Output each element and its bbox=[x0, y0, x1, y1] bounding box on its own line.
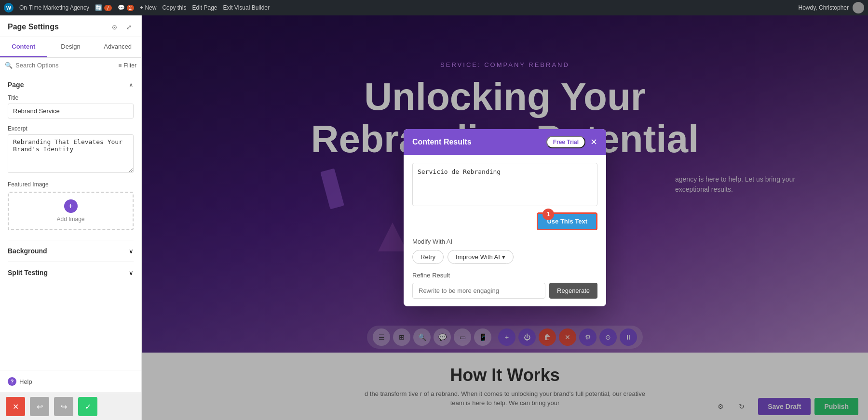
main-layout: Page Settings ⊙ ⤢ Content Design Advance… bbox=[0, 15, 868, 420]
agency-name[interactable]: On-Time Marketing Agency bbox=[19, 4, 89, 11]
sidebar-icon-expand[interactable]: ⤢ bbox=[124, 22, 134, 32]
title-label: Title bbox=[8, 94, 134, 101]
modal-header-right: Free Trial ✕ bbox=[546, 136, 597, 148]
improve-ai-button[interactable]: Improve With AI ▾ bbox=[448, 250, 514, 264]
page-section-toggle[interactable]: ∧ bbox=[129, 81, 134, 89]
admin-bar-right: Howdy, Christopher bbox=[799, 2, 864, 13]
modal-title: Content Results bbox=[412, 138, 472, 146]
sidebar-title: Page Settings bbox=[8, 23, 59, 31]
new-item[interactable]: + New bbox=[140, 4, 156, 11]
modal-body: Servicio de Rebranding 1 Use This Text M… bbox=[404, 155, 606, 306]
tab-content[interactable]: Content bbox=[0, 37, 47, 57]
content-textarea[interactable]: Servicio de Rebranding bbox=[412, 163, 597, 206]
wp-logo[interactable]: W bbox=[4, 3, 14, 13]
free-trial-button[interactable]: Free Trial bbox=[546, 136, 585, 148]
title-input[interactable] bbox=[8, 104, 134, 118]
search-bar: 🔍 ≡ Filter bbox=[0, 58, 141, 73]
redo-button[interactable]: ↪ bbox=[54, 397, 73, 416]
tab-design[interactable]: Design bbox=[47, 37, 95, 57]
background-title: Background bbox=[8, 247, 47, 255]
comments-item[interactable]: 💬 2 bbox=[118, 4, 135, 11]
badge-number: 1 bbox=[542, 209, 554, 220]
sidebar: Page Settings ⊙ ⤢ Content Design Advance… bbox=[0, 15, 142, 420]
background-section: Background ∨ bbox=[8, 240, 134, 262]
modal-header: Content Results Free Trial ✕ bbox=[404, 129, 606, 155]
filter-icon: ≡ bbox=[118, 62, 122, 69]
tab-advanced[interactable]: Advanced bbox=[94, 37, 141, 57]
sidebar-icon-circle[interactable]: ⊙ bbox=[109, 22, 119, 32]
add-image-label: Add Image bbox=[56, 216, 84, 223]
search-icon: 🔍 bbox=[5, 62, 13, 69]
split-testing-title: Split Testing bbox=[8, 269, 48, 276]
website-preview: SERVICE: COMPANY REBRAND Unlocking Your … bbox=[142, 15, 868, 420]
improve-ai-chevron-icon: ▾ bbox=[502, 253, 505, 261]
modify-ai-label: Modify With AI bbox=[412, 238, 597, 245]
background-header[interactable]: Background ∨ bbox=[8, 247, 134, 255]
split-testing-section: Split Testing ∨ bbox=[8, 262, 134, 283]
bottom-action-bar: ✕ ↩ ↪ ✓ bbox=[0, 393, 141, 420]
confirm-button[interactable]: ✓ bbox=[78, 397, 97, 416]
undo-button[interactable]: ↩ bbox=[30, 397, 49, 416]
exit-builder-item[interactable]: Exit Visual Builder bbox=[223, 4, 270, 11]
retry-button[interactable]: Retry bbox=[412, 250, 444, 264]
edit-page-item[interactable]: Edit Page bbox=[192, 4, 217, 11]
cancel-button[interactable]: ✕ bbox=[6, 397, 25, 416]
sidebar-header-icons: ⊙ ⤢ bbox=[109, 22, 134, 32]
admin-bar: W On-Time Marketing Agency 🔄 7 💬 2 + New… bbox=[0, 0, 868, 15]
help-icon: ? bbox=[8, 377, 16, 386]
search-input[interactable] bbox=[15, 62, 115, 69]
page-section-header: Page ∧ bbox=[8, 81, 134, 89]
sidebar-content: Page ∧ Title Excerpt Rebranding That Ele… bbox=[0, 73, 141, 370]
excerpt-label: Excerpt bbox=[8, 125, 134, 132]
help-section[interactable]: ? Help bbox=[0, 370, 141, 393]
sidebar-header: Page Settings ⊙ ⤢ bbox=[0, 15, 141, 37]
refine-input[interactable] bbox=[412, 283, 545, 299]
page-section-title: Page bbox=[8, 81, 24, 89]
modal-overlay: Content Results Free Trial ✕ Servicio de… bbox=[142, 15, 868, 420]
main-content: SERVICE: COMPANY REBRAND Unlocking Your … bbox=[142, 15, 868, 420]
modal-dialog: Content Results Free Trial ✕ Servicio de… bbox=[404, 129, 606, 306]
updates-item[interactable]: 🔄 7 bbox=[95, 4, 112, 11]
split-testing-header[interactable]: Split Testing ∨ bbox=[8, 269, 134, 276]
add-image-icon: + bbox=[64, 199, 78, 213]
excerpt-textarea[interactable]: Rebranding That Elevates Your Brand's Id… bbox=[8, 134, 134, 173]
modify-row: Retry Improve With AI ▾ bbox=[412, 250, 597, 264]
avatar bbox=[853, 2, 864, 13]
sidebar-tabs: Content Design Advanced bbox=[0, 37, 141, 58]
help-label: Help bbox=[19, 378, 32, 385]
modal-close-button[interactable]: ✕ bbox=[590, 138, 597, 146]
refine-row: Regenerate bbox=[412, 283, 597, 299]
add-image-button[interactable]: + Add Image bbox=[8, 192, 134, 230]
featured-image-label: Featured Image bbox=[8, 181, 134, 188]
filter-button[interactable]: ≡ Filter bbox=[118, 62, 136, 69]
background-chevron-icon: ∨ bbox=[129, 248, 134, 255]
use-this-text-row: 1 Use This Text bbox=[412, 212, 597, 230]
copy-this-item[interactable]: Copy this bbox=[162, 4, 186, 11]
refine-label: Refine Result bbox=[412, 272, 597, 279]
split-testing-chevron-icon: ∨ bbox=[129, 269, 134, 276]
regenerate-button[interactable]: Regenerate bbox=[549, 283, 597, 299]
